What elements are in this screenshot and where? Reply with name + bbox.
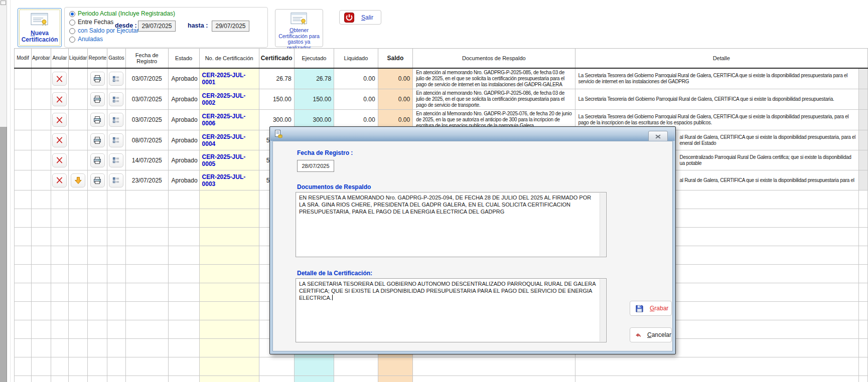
empty-cell: [199, 302, 259, 320]
cell-liquidar: [68, 110, 88, 130]
orange-down-arrow-icon: [74, 176, 82, 184]
radio-icon[interactable]: [69, 37, 75, 43]
empty-cell: [334, 357, 378, 376]
empty-cell: [125, 376, 168, 382]
printer-icon: [93, 156, 101, 164]
filter-radio-1[interactable]: Entre Fechas: [69, 19, 113, 26]
reporte-button[interactable]: [90, 72, 105, 86]
filter-radio-0[interactable]: Periodo Actual (Incluye Registradas): [69, 11, 175, 17]
col-header-liquidado: Liquidado: [334, 49, 378, 69]
empty-cell: [68, 339, 88, 357]
empty-cell: [168, 357, 199, 376]
col-header-ejecutado: Ejecutado: [294, 49, 334, 69]
radio-selected-icon[interactable]: [69, 11, 75, 17]
reporte-button[interactable]: [90, 153, 105, 167]
empty-cell: [88, 283, 107, 302]
desde-date-field[interactable]: 29/07/2025: [138, 21, 176, 32]
gastos-button[interactable]: [109, 72, 123, 86]
cell-estado: Aprobado: [168, 68, 199, 89]
detail-grid-icon: [112, 156, 120, 164]
hasta-date-field[interactable]: 29/07/2025: [212, 21, 249, 32]
reporte-button[interactable]: [90, 173, 105, 187]
cell-anular: [51, 130, 68, 150]
col-header-anular: Anular: [51, 49, 68, 69]
radio-icon[interactable]: [69, 20, 75, 26]
table-row: 03/07/2025AprobadoCER-2025-JUL-000126.78…: [15, 68, 868, 89]
anular-button[interactable]: [52, 72, 67, 86]
empty-cell: [15, 302, 32, 320]
empty-cell: [168, 339, 199, 357]
cell-saldo: 0.00: [378, 68, 413, 89]
empty-cell: [31, 246, 51, 265]
app-window: Nueva Certificación desde : 29/07/2025 h…: [0, 0, 868, 382]
empty-cell: [334, 376, 378, 382]
cell-reporte: [88, 68, 107, 89]
empty-cell: [51, 209, 68, 228]
liquidar-button[interactable]: [71, 173, 85, 187]
cell-certificado: 150.00: [259, 89, 294, 110]
cell-certification-number[interactable]: CER-2025-JUL-0003: [199, 170, 259, 190]
red-x-icon: [56, 176, 63, 184]
empty-cell: [68, 320, 88, 339]
textarea-scrollbar[interactable]: [600, 279, 606, 341]
empty-cell: [378, 357, 413, 376]
cell-certification-number[interactable]: CER-2025-JUL-0004: [199, 130, 259, 150]
cell-fecha-registro: 03/07/2025: [125, 89, 168, 110]
salir-button[interactable]: Salir: [339, 10, 381, 25]
cancelar-button[interactable]: Cancelar: [630, 327, 672, 342]
fecha-registro-field[interactable]: 28/07/2025: [297, 160, 334, 172]
gastos-button[interactable]: [109, 173, 123, 187]
gastos-button[interactable]: [109, 153, 123, 167]
grabar-button[interactable]: Grabar: [630, 301, 672, 316]
textarea-scrollbar[interactable]: [600, 193, 606, 256]
cell-certification-number[interactable]: CER-2025-JUL-0006: [199, 110, 259, 130]
col-header-certificado: Certificado: [259, 49, 294, 69]
empty-cell: [107, 357, 126, 376]
empty-cell: [859, 357, 868, 376]
cell-certification-number[interactable]: CER-2025-JUL-0001: [199, 68, 259, 89]
anular-button[interactable]: [52, 133, 67, 147]
cell-certificado: 26.78: [259, 68, 294, 89]
empty-cell: [168, 302, 199, 320]
cell-gastos: [107, 130, 126, 150]
gastos-button[interactable]: [109, 133, 123, 147]
anular-button[interactable]: [52, 92, 67, 106]
reporte-button[interactable]: [90, 133, 105, 147]
empty-cell: [294, 376, 334, 382]
cell-row-strip: [859, 110, 868, 130]
anular-button[interactable]: [52, 113, 67, 127]
empty-cell: [859, 302, 868, 320]
cell-reporte: [88, 89, 107, 110]
gastos-button[interactable]: [109, 113, 123, 127]
cell-liquidar: [68, 130, 88, 150]
empty-cell: [15, 283, 32, 302]
obtener-certificacion-button[interactable]: Obtener Certificación para gastos ya rea…: [275, 9, 323, 47]
cell-anular: [51, 110, 68, 130]
gastos-button[interactable]: [109, 92, 123, 106]
cell-reporte: [88, 130, 107, 150]
reporte-button[interactable]: [90, 92, 105, 106]
cell-certification-number[interactable]: CER-2025-JUL-0005: [199, 150, 259, 170]
empty-cell: [168, 228, 199, 246]
empty-cell: [107, 320, 126, 339]
empty-cell: [51, 246, 68, 265]
anular-button[interactable]: [52, 153, 67, 167]
detail-grid-icon: [112, 136, 120, 144]
cell-fecha-registro: 03/07/2025: [125, 68, 168, 89]
documentos-respaldo-textarea[interactable]: EN RESPUESTA A MEMORANDO Nro. GADPRG-P-2…: [296, 192, 607, 257]
empty-cell: [107, 339, 126, 357]
empty-cell: [88, 265, 107, 283]
detalle-certificacion-textarea[interactable]: LA SECRETARIA TESORERA DEL GOBIERNO AUTO…: [296, 278, 607, 342]
cell-certification-number[interactable]: CER-2025-JUL-0002: [199, 89, 259, 110]
filter-radio-2[interactable]: con Saldo por Ejecutar: [69, 28, 138, 34]
dialog-titlebar[interactable]: [270, 127, 675, 141]
cell-gastos: [107, 150, 126, 170]
reporte-button[interactable]: [90, 113, 105, 127]
anular-button[interactable]: [52, 173, 67, 187]
filter-radio-3[interactable]: Anuladas: [69, 36, 103, 43]
empty-cell: [107, 246, 126, 265]
nueva-certificacion-button[interactable]: Nueva Certificación: [18, 8, 62, 47]
radio-icon[interactable]: [69, 28, 75, 34]
dialog-close-button[interactable]: [648, 131, 668, 142]
obtener-certificacion-label: Obtener Certificación para gastos ya rea…: [275, 28, 323, 51]
